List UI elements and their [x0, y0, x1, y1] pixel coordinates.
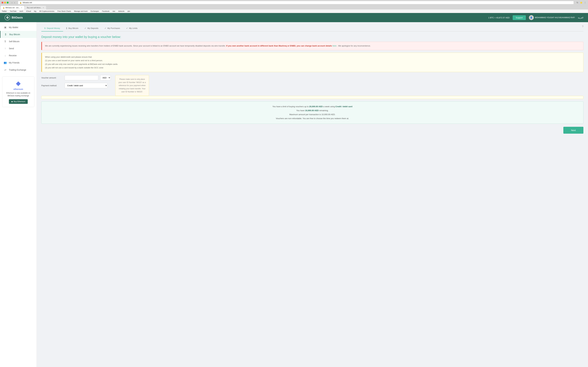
sidebar-label-wallet: My Wallet: [9, 26, 18, 29]
logo-text: BitOasis: [12, 16, 23, 19]
receive-icon: ↓: [4, 54, 7, 57]
card-rule-1: (1) you use a card issued on your name a…: [45, 59, 580, 62]
active-tab[interactable]: 🔒 BitOasis.net - sec... ✕: [1, 6, 24, 9]
alert-text-2: . We apologize for any inconvenience.: [337, 45, 371, 47]
form-section: Voucher amount: AED Payment method: Cred…: [41, 75, 111, 93]
back-button[interactable]: ‹: [11, 1, 13, 4]
limits-tab-label: My Limits: [129, 27, 138, 29]
deposit-tab-icon: $: [44, 27, 45, 29]
bookmark-free-charts[interactable]: Free Stock Charts: [57, 10, 72, 12]
bookmark-dubizzle[interactable]: dubizzle: [118, 10, 125, 12]
sidebar-label-send: Send: [9, 47, 14, 50]
bookmark-icloud[interactable]: iCloud: [26, 10, 32, 12]
remaining-suffix: remaining.: [319, 109, 329, 112]
sidebar-item-friends[interactable]: 👥 My Friends: [0, 59, 37, 66]
sidebar-item-exchange[interactable]: ⇌ Trading Exchange: [0, 66, 37, 73]
sidebar-item-receive[interactable]: ↓ Receive: [0, 52, 37, 59]
browser-window-controls: [1, 2, 9, 3]
maximize-window-button[interactable]: [7, 2, 9, 3]
voucher-label: Voucher amount:: [41, 77, 63, 79]
limit-suffix: a week using: [323, 105, 335, 108]
ethereum-title: ethereum: [5, 88, 31, 90]
user-avatar: 👤: [529, 15, 534, 20]
payment-method-select[interactable]: Credit / debit card Bank transfer: [65, 83, 107, 88]
friends-icon: 👥: [4, 61, 7, 64]
voucher-input[interactable]: [65, 75, 98, 80]
sidebar-label-receive: Receive: [9, 54, 17, 57]
tab-label: BitOasis.net - sec...: [6, 7, 20, 8]
forward-button[interactable]: ›: [14, 1, 16, 4]
help-icon[interactable]: ?: [582, 25, 583, 31]
site-header: ✿ BitOasis 1 BTC = 43,872.57 AED Support…: [0, 13, 588, 22]
browser-toolbar-icons: ↻ ⭐ ⋮: [576, 1, 587, 4]
reload-button[interactable]: ↻: [576, 1, 579, 4]
tab-label-2: Buy and sell bitcoi...: [27, 7, 42, 8]
sidebar-label-buy: Buy Bitcoin: [9, 33, 20, 36]
bookmark-nav[interactable]: nav: [112, 10, 116, 12]
limit-prefix: You have a limit of buying vouchers up t…: [272, 105, 309, 108]
next-button[interactable]: Next: [563, 127, 583, 134]
limit-info: You have a limit of buying vouchers up t…: [41, 101, 583, 124]
bookmark-twitter[interactable]: Twitter: [1, 10, 7, 12]
sidebar-item-buy-bitcoin[interactable]: ₿ Buy Bitcoin: [0, 31, 37, 38]
limits-tab-icon: ✓: [126, 27, 128, 29]
sidebar-item-sell-bitcoin[interactable]: $ Sell Bitcoin: [0, 38, 37, 45]
browser-tabs: 🔒 BitOasis.net - sec... ✕ Buy and sell b…: [0, 5, 588, 9]
deposits-tab-icon: ✓: [85, 27, 86, 29]
limit-method: Credit / debit card: [336, 105, 353, 108]
language-switch[interactable]: العربية: [578, 17, 583, 19]
payment-row: Payment method: Credit / debit card Bank…: [41, 83, 111, 88]
ethereum-icon: ◆: [5, 80, 31, 87]
address-bar[interactable]: 🔒 bitoasis.net: [18, 1, 574, 4]
card-rule-3: (3) you will not use a card issued by a …: [45, 66, 580, 69]
exchange-icon: ⇌: [4, 68, 7, 71]
bookmark-button[interactable]: ⭐: [579, 1, 583, 4]
bookmark-iptv[interactable]: iptv: [127, 10, 131, 12]
site-logo[interactable]: ✿ BitOasis: [5, 15, 23, 20]
tab-my-purchases[interactable]: ✓ My Purchases: [102, 25, 123, 32]
tab-close-icon[interactable]: ✕: [21, 7, 22, 8]
card-rule-2: (2) you will use only one card for your …: [45, 62, 580, 66]
sidebar: ▣ My Wallet ₿ Buy Bitcoin $ Sell Bitcoin…: [0, 22, 37, 367]
limit-line-2: You have 10,000.00 AED remaining.: [44, 108, 580, 113]
card-rule-0: When using your debit/credit card please…: [45, 55, 580, 59]
alert-link[interactable]: here: [333, 45, 337, 47]
bookmark-exch[interactable]: exch: [19, 10, 24, 12]
buy-ethereum-button[interactable]: ◆ Buy Ethereum: [9, 99, 28, 104]
bookmark-manage[interactable]: Manage and track: [73, 10, 88, 12]
tab-close-icon-2[interactable]: ✕: [43, 7, 44, 8]
bookmark-big[interactable]: big: [33, 10, 37, 12]
buy-tab-icon: ₿: [66, 27, 67, 29]
url-text: bitoasis.net: [23, 1, 32, 4]
btc-price: 1 BTC = 43,872.57 AED: [488, 17, 510, 19]
sidebar-item-send[interactable]: ↑ Send: [0, 45, 37, 52]
bookmarks-bar: Twitter YouTube exch iCloud big All Cryp…: [0, 9, 588, 13]
tab-buy-bitcoin[interactable]: ₿ Buy Bitcoin: [63, 25, 81, 32]
remaining-amount: 10,000.00 AED: [305, 109, 319, 112]
currency-select[interactable]: AED: [100, 75, 111, 80]
tab-deposit-money[interactable]: $ Deposit Money: [41, 25, 63, 32]
side-note-text: Please make sure to only place your user…: [119, 78, 146, 93]
form-area: Voucher amount: AED Payment method: Cred…: [41, 75, 583, 96]
sidebar-item-wallet[interactable]: ▣ My Wallet: [0, 24, 37, 31]
support-button[interactable]: Support: [513, 15, 526, 20]
bookmark-youtube[interactable]: YouTube: [9, 10, 17, 12]
inactive-tab[interactable]: Buy and sell bitcoi... ✕: [25, 6, 46, 9]
bookmark-exchanges[interactable]: Exchanges: [90, 10, 100, 12]
ethereum-promo: ◆ ethereum Ethereum is now available on …: [2, 76, 35, 107]
menu-button[interactable]: ⋮: [584, 1, 587, 4]
close-window-button[interactable]: [1, 2, 3, 3]
bookmark-all-crypto[interactable]: All Cryptocurrencies: [39, 10, 55, 12]
purchases-tab-icon: ✓: [104, 27, 106, 29]
ethereum-desc: Ethereum is now available on BitOasis tr…: [5, 92, 31, 97]
minimize-window-button[interactable]: [4, 2, 6, 3]
alert-text-1: We are currently experiencing issues rec…: [45, 45, 226, 47]
ssl-icon: 🔒: [20, 2, 22, 4]
tab-my-deposits[interactable]: ✓ My Deposits: [81, 25, 102, 32]
alert-card-rules: When using your debit/credit card please…: [41, 53, 583, 72]
page-title: Deposit money into your wallet by buying…: [41, 35, 583, 39]
user-name: MOHAMMAD YOUSAF HAJI MUHAMMAD RAFI: [535, 17, 575, 19]
content-area: $ Deposit Money ₿ Buy Bitcoin ✓ My Depos…: [37, 22, 588, 367]
tab-my-limits[interactable]: ✓ My Limits: [123, 25, 141, 32]
bookmark-facebook[interactable]: Facebook: [101, 10, 110, 12]
